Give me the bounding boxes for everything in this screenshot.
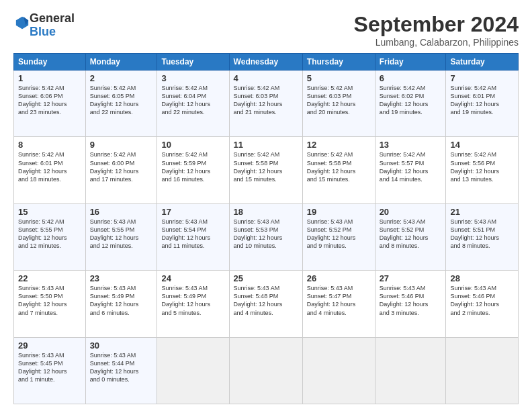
day-cell [229,337,302,404]
day-cell: 20Sunrise: 5:43 AMSunset: 5:52 PMDayligh… [375,203,446,270]
day-cell: 9Sunrise: 5:42 AMSunset: 6:00 PMDaylight… [85,137,157,203]
day-content: Sunrise: 5:42 AMSunset: 6:01 PMDaylight:… [18,150,81,183]
day-number: 2 [90,73,153,83]
col-header-friday: Friday [375,54,446,71]
day-content: Sunrise: 5:42 AMSunset: 6:01 PMDaylight:… [450,84,514,117]
day-content: Sunrise: 5:43 AMSunset: 5:55 PMDaylight:… [90,218,153,250]
day-cell: 28Sunrise: 5:43 AMSunset: 5:46 PMDayligh… [446,271,519,337]
day-number: 3 [161,73,224,83]
day-content: Sunrise: 5:43 AMSunset: 5:52 PMDaylight:… [380,218,442,250]
header: General Blue September 2024 Lumbang, Cal… [13,12,519,48]
day-number: 9 [90,140,153,150]
day-cell: 15Sunrise: 5:42 AMSunset: 5:55 PMDayligh… [14,203,86,270]
logo-icon [15,15,30,30]
day-content: Sunrise: 5:43 AMSunset: 5:46 PMDaylight:… [380,284,442,317]
location: Lumbang, Calabarzon, Philippines [354,37,519,48]
day-number: 22 [18,273,81,283]
day-cell: 2Sunrise: 5:42 AMSunset: 6:05 PMDaylight… [85,71,157,137]
day-number: 19 [307,207,371,217]
day-number: 28 [450,273,514,283]
day-number: 6 [380,73,442,83]
day-content: Sunrise: 5:42 AMSunset: 5:58 PMDaylight:… [234,150,298,183]
day-content: Sunrise: 5:42 AMSunset: 6:00 PMDaylight:… [90,150,153,183]
day-content: Sunrise: 5:42 AMSunset: 6:04 PMDaylight:… [161,84,224,117]
day-cell: 26Sunrise: 5:43 AMSunset: 5:47 PMDayligh… [302,271,375,337]
calendar-table: SundayMondayTuesdayWednesdayThursdayFrid… [13,53,519,404]
day-cell: 7Sunrise: 5:42 AMSunset: 6:01 PMDaylight… [446,71,519,137]
day-cell: 18Sunrise: 5:43 AMSunset: 5:53 PMDayligh… [229,203,302,270]
day-cell: 1Sunrise: 5:42 AMSunset: 6:06 PMDaylight… [14,71,86,137]
day-content: Sunrise: 5:43 AMSunset: 5:49 PMDaylight:… [161,284,224,317]
header-row: SundayMondayTuesdayWednesdayThursdayFrid… [14,54,519,71]
day-content: Sunrise: 5:43 AMSunset: 5:49 PMDaylight:… [90,284,153,317]
day-content: Sunrise: 5:42 AMSunset: 6:03 PMDaylight:… [234,84,298,117]
day-cell: 16Sunrise: 5:43 AMSunset: 5:55 PMDayligh… [85,203,157,270]
col-header-saturday: Saturday [446,54,519,71]
day-number: 4 [234,73,298,83]
day-number: 30 [90,340,153,351]
day-cell: 29Sunrise: 5:43 AMSunset: 5:45 PMDayligh… [14,337,86,404]
day-content: Sunrise: 5:42 AMSunset: 6:02 PMDaylight:… [380,84,442,117]
day-content: Sunrise: 5:42 AMSunset: 5:59 PMDaylight:… [161,150,224,183]
day-content: Sunrise: 5:42 AMSunset: 5:57 PMDaylight:… [380,150,442,183]
day-content: Sunrise: 5:42 AMSunset: 5:58 PMDaylight:… [307,150,371,183]
day-content: Sunrise: 5:42 AMSunset: 5:55 PMDaylight:… [18,218,81,250]
day-number: 23 [90,273,153,283]
day-number: 27 [380,273,442,283]
week-row-1: 1Sunrise: 5:42 AMSunset: 6:06 PMDaylight… [14,71,519,137]
day-number: 21 [450,207,514,217]
calendar-page: General Blue September 2024 Lumbang, Cal… [0,0,532,411]
day-number: 24 [161,273,224,283]
day-content: Sunrise: 5:43 AMSunset: 5:53 PMDaylight:… [234,218,298,250]
day-content: Sunrise: 5:43 AMSunset: 5:44 PMDaylight:… [90,351,153,384]
week-row-2: 8Sunrise: 5:42 AMSunset: 6:01 PMDaylight… [14,137,519,203]
day-cell: 19Sunrise: 5:43 AMSunset: 5:52 PMDayligh… [302,203,375,270]
day-cell: 30Sunrise: 5:43 AMSunset: 5:44 PMDayligh… [85,337,157,404]
day-cell: 12Sunrise: 5:42 AMSunset: 5:58 PMDayligh… [302,137,375,203]
calendar-body: 1Sunrise: 5:42 AMSunset: 6:06 PMDaylight… [14,71,519,404]
day-number: 15 [18,207,81,217]
day-cell: 8Sunrise: 5:42 AMSunset: 6:01 PMDaylight… [14,137,86,203]
day-number: 26 [307,273,371,283]
day-cell: 5Sunrise: 5:42 AMSunset: 6:03 PMDaylight… [302,71,375,137]
day-content: Sunrise: 5:42 AMSunset: 6:03 PMDaylight:… [307,84,371,117]
month-year: September 2024 [354,12,519,37]
day-content: Sunrise: 5:43 AMSunset: 5:47 PMDaylight:… [307,284,371,317]
day-cell [157,337,229,404]
week-row-5: 29Sunrise: 5:43 AMSunset: 5:45 PMDayligh… [14,337,519,404]
title-block: September 2024 Lumbang, Calabarzon, Phil… [354,12,519,48]
day-cell: 13Sunrise: 5:42 AMSunset: 5:57 PMDayligh… [375,137,446,203]
day-number: 1 [18,73,81,83]
day-cell [302,337,375,404]
day-content: Sunrise: 5:43 AMSunset: 5:52 PMDaylight:… [307,218,371,250]
day-cell: 22Sunrise: 5:43 AMSunset: 5:50 PMDayligh… [14,271,86,337]
logo-text: General Blue [30,12,75,39]
day-number: 17 [161,207,224,217]
day-number: 12 [307,140,371,150]
logo: General Blue [13,12,75,39]
day-cell: 27Sunrise: 5:43 AMSunset: 5:46 PMDayligh… [375,271,446,337]
day-content: Sunrise: 5:42 AMSunset: 6:06 PMDaylight:… [18,84,81,117]
day-content: Sunrise: 5:43 AMSunset: 5:48 PMDaylight:… [234,284,298,317]
day-cell: 3Sunrise: 5:42 AMSunset: 6:04 PMDaylight… [157,71,229,137]
day-number: 14 [450,140,514,150]
day-cell: 21Sunrise: 5:43 AMSunset: 5:51 PMDayligh… [446,203,519,270]
day-content: Sunrise: 5:43 AMSunset: 5:45 PMDaylight:… [18,351,81,384]
week-row-3: 15Sunrise: 5:42 AMSunset: 5:55 PMDayligh… [14,203,519,270]
col-header-monday: Monday [85,54,157,71]
day-content: Sunrise: 5:42 AMSunset: 5:56 PMDaylight:… [450,150,514,183]
day-content: Sunrise: 5:43 AMSunset: 5:50 PMDaylight:… [18,284,81,317]
day-cell: 24Sunrise: 5:43 AMSunset: 5:49 PMDayligh… [157,271,229,337]
day-number: 5 [307,73,371,83]
day-cell: 6Sunrise: 5:42 AMSunset: 6:02 PMDaylight… [375,71,446,137]
calendar-header: SundayMondayTuesdayWednesdayThursdayFrid… [14,54,519,71]
day-number: 10 [161,140,224,150]
day-cell: 10Sunrise: 5:42 AMSunset: 5:59 PMDayligh… [157,137,229,203]
day-number: 18 [234,207,298,217]
week-row-4: 22Sunrise: 5:43 AMSunset: 5:50 PMDayligh… [14,271,519,337]
day-number: 29 [18,340,81,351]
day-content: Sunrise: 5:42 AMSunset: 6:05 PMDaylight:… [90,84,153,117]
day-content: Sunrise: 5:43 AMSunset: 5:54 PMDaylight:… [161,218,224,250]
day-content: Sunrise: 5:43 AMSunset: 5:51 PMDaylight:… [450,218,514,250]
col-header-thursday: Thursday [302,54,375,71]
